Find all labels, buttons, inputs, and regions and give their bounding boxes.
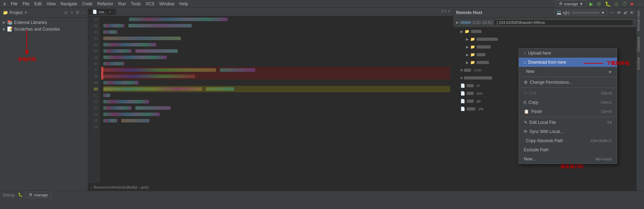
code-line-52 <box>103 99 450 105</box>
ctx-item-new-ellipsis[interactable]: New... Alt+Insert <box>519 154 617 164</box>
coverage-icon[interactable]: ◎ <box>614 1 619 7</box>
expand-arrow4: ▶ <box>466 53 469 57</box>
code-line-50 <box>103 86 450 92</box>
manage-dropdown-icon: ▼ <box>579 2 583 6</box>
code-area[interactable] <box>100 16 453 183</box>
toolbar-right: ⚙ manage ▼ ▶ ⚙ 🐛 ◎ ⏱ ■ ⋯ <box>556 0 643 7</box>
dropdown-icon[interactable]: ▼ <box>24 11 27 14</box>
download-icon: ↓ <box>524 60 526 65</box>
download-annotation: 下载到本地 <box>584 60 629 67</box>
tree-item-external-libraries[interactable]: ▶ 📚 External Libraries <box>0 19 88 26</box>
expand-icon[interactable]: ≡ <box>70 10 73 15</box>
menubar-item-view[interactable]: View <box>44 1 58 7</box>
menubar-item-edit2[interactable]: Edit <box>32 1 44 7</box>
menubar-item-edit[interactable]: File <box>20 1 31 7</box>
permissions-icon: ⚙ <box>524 80 528 85</box>
ctx-left-download: ↓ Download from here <box>524 60 566 65</box>
tab-close-icon[interactable]: ✕ <box>109 10 111 14</box>
editor-tab-active[interactable]: 📄 me... ✕ <box>88 9 116 15</box>
ctx-item-sync[interactable]: ⟳ Sync With Local... <box>519 127 617 136</box>
minimize-icon[interactable]: – <box>81 10 85 15</box>
code-line-45 <box>103 54 450 61</box>
file-icon2: ≡ <box>460 76 462 80</box>
folder-icon2: 📁 <box>470 37 475 42</box>
file-icon6: 📄 <box>460 107 465 111</box>
debug-icon[interactable]: 🐛 <box>604 1 612 7</box>
more-icon[interactable]: ⋯ <box>610 10 614 15</box>
remote-title: Remote Host <box>456 10 482 15</box>
download-arrow-svg <box>584 60 605 67</box>
file-icon4: 📄 <box>460 91 465 96</box>
menubar-item-tools[interactable]: Tools <box>129 1 143 7</box>
new-label: New <box>526 69 534 74</box>
side-strips: Remote Host Database SciView <box>636 8 644 191</box>
sidebar-header-left: 📁 Project ▼ <box>3 10 27 15</box>
settings-icon[interactable]: ⚙ <box>75 10 80 15</box>
sciview-strip[interactable]: SciView <box>637 55 644 72</box>
manage-button[interactable]: ⚙ manage ▼ <box>556 0 587 7</box>
ctx-item-copy-absolute-path[interactable]: Copy Absolute Path Ctrl+Shift+C <box>519 136 617 145</box>
ctx-left-cut: ✂ Cut <box>524 91 536 96</box>
folder-icon: 📁 <box>3 10 8 15</box>
remote-tree-item-c[interactable]: ▶ 📁 <box>453 27 636 35</box>
menubar-item-refactor[interactable]: Refactor <box>95 1 115 7</box>
connection-selector[interactable]: 💻 t@1 ▼ <box>554 10 607 15</box>
menubar-item-window[interactable]: Window <box>157 1 177 7</box>
ctx-left-copy-path: Copy Absolute Path <box>524 138 563 143</box>
ctx-item-cut[interactable]: ✂ Cut Ctrl+X <box>519 89 617 98</box>
refresh-icon[interactable]: ⟳ <box>617 10 621 15</box>
ctx-item-paste[interactable]: 📋 Paste Ctrl+V <box>519 107 617 116</box>
sidebar-tree: 本地代码 ▶ 📚 External Libraries ▶ 📝 Scratche… <box>0 18 88 191</box>
ctx-item-upload-here[interactable]: ↑ Upload here <box>519 49 617 58</box>
new-arrow-icon: ▶ <box>609 70 612 74</box>
ctx-left-copy: ⎘ Copy <box>524 100 538 105</box>
menubar-item-e[interactable]: e <box>1 1 8 7</box>
menubar-item-vcs[interactable]: VCS <box>143 1 157 7</box>
code-line-54 <box>103 111 450 118</box>
ctx-item-new[interactable]: New ▶ <box>519 67 617 76</box>
cut-label: Cut <box>529 91 536 96</box>
menubar-item-run[interactable]: Run <box>116 1 128 7</box>
copy-path-shortcut: Ctrl+Shift+C <box>591 139 612 143</box>
menubar-item-help[interactable]: Help <box>177 1 190 7</box>
code-line-43 <box>103 42 450 48</box>
debug-manage-icon: ⚙ <box>29 192 32 197</box>
new-ellipsis-label: New... <box>524 157 535 162</box>
ctx-item-change-permissions[interactable]: ⚙ Change Permissions... <box>519 78 617 87</box>
sidebar-header: 📁 Project ▼ ◎ ≡ ⚙ – <box>0 8 88 18</box>
ctx-left-edit: ✎ Edit Local File <box>524 120 556 125</box>
stop-icon[interactable]: ■ <box>630 1 634 7</box>
close-remote-icon[interactable]: ✕ <box>630 10 633 15</box>
menubar-item-code[interactable]: Code <box>80 1 94 7</box>
item-label6 <box>464 69 471 72</box>
sidebar: 📁 Project ▼ ◎ ≡ ⚙ – <box>0 8 88 191</box>
ctx-item-copy[interactable]: ⎘ Copy Ctrl+C <box>519 98 617 107</box>
remote-tree-item-oc[interactable]: ▶ 📁 <box>453 35 636 43</box>
code-line-40 <box>103 23 450 29</box>
ctx-item-edit-local[interactable]: ✎ Edit Local File F4 <box>519 118 617 127</box>
profile-icon[interactable]: ⏱ <box>621 1 628 7</box>
build-icon[interactable]: ⚙ <box>596 1 602 7</box>
menubar-item-navigate[interactable]: Navigate <box>59 1 79 7</box>
sync-icon[interactable]: ⇄ <box>624 10 627 15</box>
code-line-56 <box>103 124 450 130</box>
editor-content[interactable]: 39 40 41 42 43 44 45 46 47 48 49 50 51 5… <box>88 16 453 183</box>
menubar-item-file[interactable]: File <box>9 1 20 7</box>
run-icon[interactable]: ▶ <box>589 1 594 7</box>
folder-icon4: 📁 <box>470 52 475 57</box>
red-arrow-svg <box>23 28 30 56</box>
more-icon[interactable]: ⋯ <box>636 1 643 7</box>
item-label2 <box>477 38 498 41</box>
tree-item-scratches[interactable]: ▶ 📝 Scratches and Consoles <box>0 26 88 32</box>
code-line-41 <box>103 29 450 35</box>
expand-arrow2: ▶ <box>3 27 6 31</box>
debug-manage-button[interactable]: ⚙ manage <box>26 191 51 198</box>
ctx-item-exclude-path[interactable]: Exclude Path <box>519 145 617 154</box>
download-label: 下载到本地 <box>606 60 629 66</box>
locate-icon[interactable]: ◎ <box>63 10 68 15</box>
editor-breadcrumb: › ResourceVersionEditsApi › get() <box>88 183 453 191</box>
connection-icon: 💻 <box>557 10 562 15</box>
remote-host-strip[interactable]: Remote Host <box>637 8 644 34</box>
database-strip[interactable]: Database <box>637 34 644 55</box>
new-ellipsis-shortcut: Alt+Insert <box>595 157 612 161</box>
